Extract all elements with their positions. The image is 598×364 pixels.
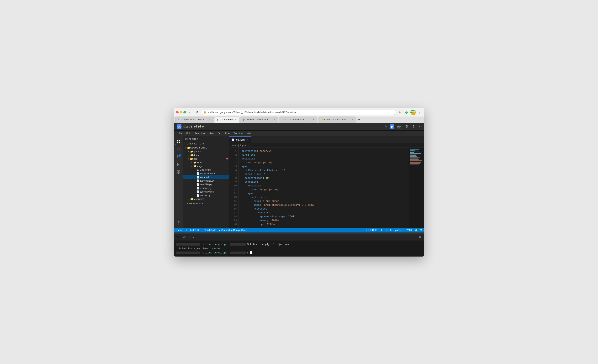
breadcrumb-file[interactable]: job.yaml <box>238 144 247 147</box>
activity-run[interactable] <box>175 161 182 168</box>
explorer-header[interactable]: EXPLORER <box>183 136 229 142</box>
terminal-icon[interactable]: ▶ <box>390 124 394 129</box>
terminal-content[interactable]: ~/cloud-surge/ops $ kubectl apply -f ./j… <box>174 241 424 256</box>
cloud-shell-logo: CS <box>177 124 182 129</box>
tree-item-worker[interactable]: 📄 worker.py <box>183 194 229 197</box>
menu-view[interactable]: View <box>207 131 216 135</box>
tree-item-github[interactable]: › 📁 .github <box>183 150 229 153</box>
tree-item-secrets[interactable]: 📄 secrets.yaml <box>183 190 229 194</box>
close-button[interactable] <box>176 111 179 113</box>
traffic-lights <box>176 111 186 113</box>
window-close-icon[interactable]: ✕ <box>418 125 421 128</box>
status-branch[interactable]: ⑂ main <box>176 229 183 232</box>
edit-icon[interactable]: ✎ <box>384 124 388 129</box>
menu-run[interactable]: Run <box>224 131 231 135</box>
webcam-icon[interactable]: 📷 <box>397 124 402 129</box>
tab-close-4[interactable]: × <box>312 118 315 121</box>
tree-label-dockerfile: Dockerfile <box>199 168 229 171</box>
minimap-line <box>410 164 419 165</box>
menu-file[interactable]: File <box>177 131 184 135</box>
tab-close-3[interactable]: × <box>273 118 276 121</box>
npm-scripts-header[interactable]: › NPM SCRIPTS <box>183 202 229 206</box>
minimize-button[interactable] <box>180 111 182 113</box>
svg-point-4 <box>177 148 179 150</box>
tree-item-ops[interactable]: ▾ 📂 ops <box>183 157 229 161</box>
folder-icon: 📁 <box>193 165 197 167</box>
chevron-right-icon: › <box>190 165 193 167</box>
code-editor[interactable]: 12345 678910 1112131415 1617181920 apiVe… <box>229 148 409 228</box>
activity-extensions[interactable] <box>175 169 182 176</box>
editor-tab-job-yaml[interactable]: 📄 job.yaml × <box>229 136 251 143</box>
menu-help[interactable]: Help <box>245 131 254 135</box>
status-line-ending[interactable]: LF <box>380 229 383 232</box>
address-bar[interactable]: 🔒 shell.cloud.google.com/?hl=en_US&fromc… <box>200 110 396 115</box>
extension-button[interactable]: 🧩 <box>403 110 409 115</box>
browser-tab-5[interactable]: 🔑 cloud-surge-sa – IAM & Admi… × <box>318 116 356 123</box>
status-encoding[interactable]: UTF-8 <box>385 229 391 232</box>
monitor-icon[interactable]: 🖥 <box>404 124 409 129</box>
menu-terminal[interactable]: Terminal <box>232 131 244 135</box>
svg-rect-3 <box>179 141 180 143</box>
download-button[interactable]: ⬇ <box>398 110 402 115</box>
status-errors[interactable]: ⊗ 0 ⚠ 0 <box>190 229 199 232</box>
editor-tab-close[interactable]: × <box>246 138 249 141</box>
back-button[interactable]: ‹ <box>188 110 191 114</box>
tree-item-dockerfile[interactable]: 🐋 Dockerfile <box>183 168 229 172</box>
breadcrumb-ops[interactable]: ops <box>232 144 236 147</box>
tree-item-readzlib[interactable]: 📄 readZlib.py <box>183 182 229 186</box>
tree-item-job-yaml[interactable]: 📄 job.yaml <box>183 175 229 179</box>
line-numbers: 12345 678910 1112131415 1617181920 <box>229 148 239 228</box>
tree-item-docs[interactable]: › 📁 docs <box>183 153 229 157</box>
tree-item-redis[interactable]: › 📁 redis <box>183 161 229 164</box>
status-position[interactable]: Ln 1, Col 1 <box>366 229 378 232</box>
activity-source-control[interactable]: 1 <box>175 153 182 160</box>
menu-button[interactable]: ⋮ <box>417 110 422 115</box>
browser-chrome: ‹ › ↺ 🔒 shell.cloud.google.com/?hl=en_US… <box>174 108 424 123</box>
python-icon: 📄 <box>196 183 199 186</box>
activity-explorer[interactable] <box>175 138 182 145</box>
status-right: Ln 1, Col 1 LF UTF-8 Spaces: 2 YAML 🔔 <box>366 229 422 232</box>
tree-item-job-local[interactable]: 📄 job.local.yaml <box>183 172 229 175</box>
browser-tab-2[interactable]: ▶ Cloud Shell × <box>214 116 240 123</box>
terminal-close-icon[interactable]: ✕ <box>418 235 422 240</box>
status-language[interactable]: YAML <box>406 229 413 232</box>
open-editors-header[interactable]: › OPEN EDITORS <box>183 142 229 146</box>
tab-close-1[interactable]: × <box>208 118 211 121</box>
tree-root[interactable]: ▾ 📁 CLOUD-SURGE <box>183 146 229 150</box>
minimap-line <box>410 161 417 161</box>
terminal-add-icon[interactable]: + <box>188 235 191 240</box>
minimap-line <box>410 160 422 161</box>
terminal-tab-1[interactable] <box>176 236 181 238</box>
tab-close-5[interactable]: × <box>351 118 354 121</box>
status-bell[interactable]: 🔔 <box>415 229 418 232</box>
breadcrumb-context[interactable]: ... <box>249 144 251 147</box>
activity-search[interactable] <box>175 146 182 153</box>
tab-close-2[interactable]: × <box>234 118 237 121</box>
code-line-9: template: <box>241 180 406 184</box>
status-cloud-code[interactable]: ✧ Cloud Code <box>201 229 216 232</box>
menu-edit[interactable]: Edit <box>185 131 192 135</box>
redacted-host-2 <box>176 252 200 254</box>
browser-tab-4[interactable]: ⎔ Local Development (minikube… × <box>279 116 317 123</box>
tree-item-surge[interactable]: › 📁 surge <box>183 164 229 168</box>
more-icon[interactable]: ⋮ <box>411 124 416 129</box>
svg-rect-2 <box>177 141 178 143</box>
status-sync[interactable]: ↻ <box>185 229 187 232</box>
terminal-settings-icon[interactable]: ⚙ <box>182 235 186 240</box>
tree-item-resources[interactable]: › 📁 resources <box>183 197 229 201</box>
browser-tab-1[interactable]: ⎔ surge-cluster – Kubernetes En… × <box>175 116 214 123</box>
status-connect[interactable]: ☁ Connect to Google Cloud <box>218 229 247 232</box>
profile-avatar[interactable]: Guest (2) <box>410 110 416 115</box>
tree-item-launchpad[interactable]: 📄 launchpad.py <box>183 179 229 182</box>
status-spaces[interactable]: Spaces: 2 <box>394 229 404 232</box>
new-tab-button[interactable]: + <box>357 116 361 123</box>
activity-settings[interactable] <box>175 219 182 226</box>
menu-selection[interactable]: Selection <box>193 131 206 135</box>
forward-button[interactable]: › <box>191 110 194 114</box>
reload-button[interactable]: ↺ <box>195 110 199 114</box>
tree-item-rediswq[interactable]: 📄 rediswq.py <box>183 186 229 190</box>
browser-tab-3[interactable]: ◉ GitHub – Steinbeck-Lab/cloud… × <box>240 116 278 123</box>
maximize-button[interactable] <box>183 111 186 113</box>
menu-go[interactable]: Go <box>216 131 223 135</box>
status-layout[interactable]: ⊞ <box>420 229 422 232</box>
